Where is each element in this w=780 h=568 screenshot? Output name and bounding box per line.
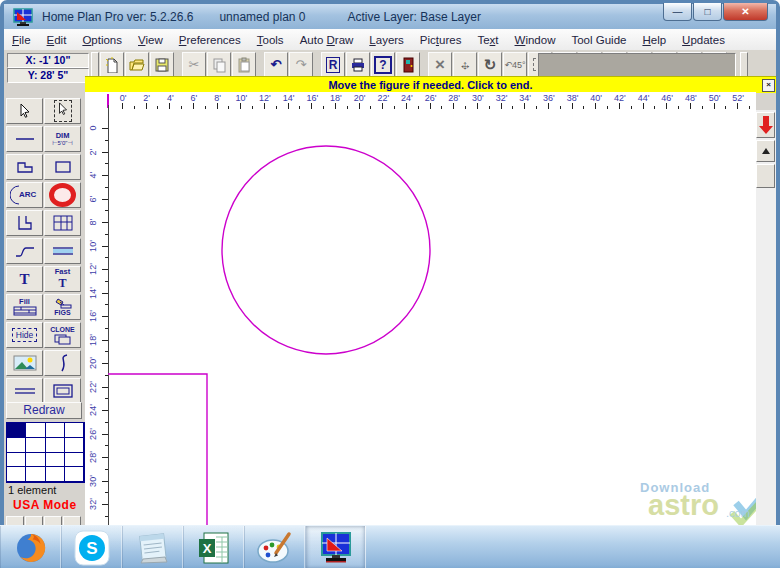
app-icon — [12, 8, 34, 26]
palette-cell[interactable] — [46, 453, 65, 468]
new-file-button[interactable] — [100, 52, 124, 77]
text-tool-button[interactable]: T — [6, 266, 43, 292]
menu-auto-draw[interactable]: Auto Draw — [292, 32, 362, 48]
firefox-icon — [14, 531, 48, 565]
palette-cell[interactable] — [65, 438, 84, 453]
cabinet-tool-button[interactable] — [44, 210, 81, 236]
paste-button[interactable] — [232, 52, 256, 77]
stairs-tool-button[interactable] — [6, 238, 43, 264]
menu-view[interactable]: View — [130, 32, 171, 48]
delete-button[interactable]: × — [428, 52, 452, 77]
cut-button[interactable]: ✂ — [182, 52, 206, 77]
drawn-circle[interactable] — [222, 146, 430, 354]
arc-tool-button[interactable]: ARC — [6, 182, 43, 208]
redraw-button[interactable]: Redraw — [6, 402, 82, 419]
print-button[interactable] — [346, 52, 370, 77]
line-tool-button[interactable] — [6, 126, 43, 152]
toolbar-right-grip[interactable] — [740, 52, 748, 79]
menu-updates[interactable]: Updates — [674, 32, 733, 48]
notepad-icon — [135, 531, 171, 565]
close-button[interactable]: ✕ — [723, 3, 768, 21]
taskbar-excel-button[interactable]: X — [183, 526, 244, 568]
menu-preferences[interactable]: Preferences — [171, 32, 249, 48]
line-icon — [14, 134, 36, 144]
hide-tool-button[interactable]: Hide — [6, 322, 43, 348]
circle-tool-button[interactable] — [44, 182, 81, 208]
menu-text[interactable]: Text — [469, 32, 506, 48]
figures-tool-button[interactable]: FIGS — [44, 294, 81, 320]
taskbar-notepad-button[interactable] — [122, 526, 183, 568]
layer-grid-palette[interactable] — [6, 422, 85, 483]
menu-tool-guide[interactable]: Tool Guide — [563, 32, 634, 48]
move-button[interactable]: ↔↕ — [453, 52, 477, 77]
scrollbar-thumb[interactable] — [756, 164, 775, 188]
message-close-button[interactable]: × — [762, 79, 775, 92]
menu-layers[interactable]: Layers — [361, 32, 412, 48]
menu-tools[interactable]: Tools — [249, 32, 292, 48]
rotate-button[interactable]: ↻ — [478, 52, 502, 77]
drawn-wall-corner[interactable] — [108, 374, 207, 529]
palette-cell[interactable] — [26, 453, 45, 468]
redo-button[interactable]: ↷ — [289, 52, 313, 77]
taskbar-firefox-button[interactable] — [0, 526, 61, 568]
select-group-tool-button[interactable] — [44, 98, 81, 124]
double-line-tool-button[interactable] — [6, 378, 43, 404]
rectangle-tool-button[interactable] — [44, 154, 81, 180]
undo-button[interactable]: ↶ — [264, 52, 288, 77]
fill-tool-button[interactable]: Fill — [6, 294, 43, 320]
exit-button[interactable] — [396, 52, 420, 77]
wall-tool-button[interactable] — [44, 238, 81, 264]
vertical-scrollbar[interactable] — [756, 110, 776, 529]
palette-cell[interactable] — [65, 467, 84, 482]
palette-cell[interactable] — [26, 423, 45, 438]
delete-icon: × — [435, 55, 445, 75]
help-button[interactable]: ? — [371, 52, 395, 77]
menu-options[interactable]: Options — [74, 32, 130, 48]
save-button[interactable] — [150, 52, 174, 77]
taskbar-home-plan-pro-button[interactable] — [305, 526, 366, 568]
taskbar-skype-button[interactable]: S — [61, 526, 122, 568]
jump-down-button[interactable] — [756, 112, 775, 138]
title-bar[interactable]: Home Plan Pro ver: 5.2.26.6 unnamed plan… — [4, 4, 776, 30]
copy-button[interactable] — [207, 52, 231, 77]
menu-pictures[interactable]: Pictures — [412, 32, 470, 48]
select-tool-button[interactable] — [6, 98, 43, 124]
toolbar-grip[interactable] — [91, 52, 99, 79]
palette-cell[interactable] — [26, 467, 45, 482]
stairs-curve-icon — [14, 243, 36, 259]
scroll-up-button[interactable] — [756, 140, 775, 162]
palette-cell-selected[interactable] — [7, 423, 26, 438]
minimize-button[interactable]: — — [663, 3, 692, 21]
clone-tool-button[interactable]: CLONE — [44, 322, 81, 348]
home-plan-pro-icon — [318, 531, 354, 565]
picture-tool-button[interactable] — [6, 350, 43, 376]
paint-palette-icon — [256, 531, 294, 565]
palette-cell[interactable] — [46, 467, 65, 482]
taskbar-paint-button[interactable] — [244, 526, 305, 568]
menu-file[interactable]: File — [4, 32, 39, 48]
refresh-screen-button[interactable]: R — [321, 52, 345, 77]
palette-cell[interactable] — [7, 453, 26, 468]
menu-help[interactable]: Help — [634, 32, 674, 48]
palette-cell[interactable] — [7, 438, 26, 453]
open-file-button[interactable] — [125, 52, 149, 77]
rotate-45-button[interactable]: ↶45° — [503, 52, 527, 77]
rectangle-icon — [53, 159, 73, 175]
drawing-layer — [85, 92, 756, 529]
palette-cell[interactable] — [26, 438, 45, 453]
dimension-tool-button[interactable]: DIM⊢5'0"⊣ — [44, 126, 81, 152]
palette-cell[interactable] — [46, 438, 65, 453]
double-rectangle-tool-button[interactable] — [44, 378, 81, 404]
menu-window[interactable]: Window — [507, 32, 564, 48]
drawing-canvas[interactable]: 0'2'4'6'8'10'12'14'16'18'20'22'24'26'28'… — [85, 92, 756, 529]
palette-cell[interactable] — [65, 453, 84, 468]
opening-tool-button[interactable] — [6, 210, 43, 236]
menu-edit[interactable]: Edit — [39, 32, 75, 48]
palette-cell[interactable] — [65, 423, 84, 438]
maximize-button[interactable]: □ — [693, 3, 722, 21]
palette-cell[interactable] — [46, 423, 65, 438]
curve-tool-button[interactable] — [44, 350, 81, 376]
palette-cell[interactable] — [7, 467, 26, 482]
fast-text-tool-button[interactable]: FastT — [44, 266, 81, 292]
polygon-tool-button[interactable] — [6, 154, 43, 180]
